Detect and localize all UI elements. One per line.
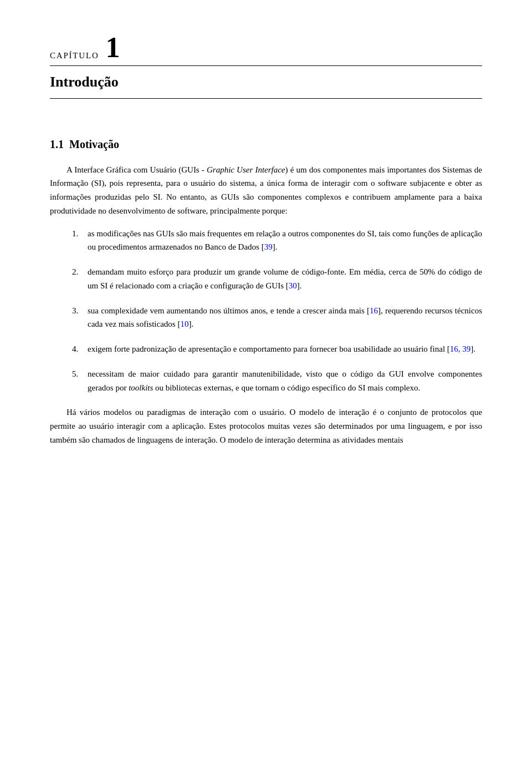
list-number-4: 4.	[72, 342, 88, 356]
chapter-title-row: CAPÍTULO 1	[50, 33, 482, 66]
list-number-2: 2.	[72, 265, 88, 278]
paragraph-2: Há vários modelos ou paradigmas de inter…	[50, 405, 482, 447]
list-item-1: 1. as modificações nas GUIs são mais fre…	[72, 227, 482, 255]
ref-30[interactable]: 30	[289, 281, 297, 290]
list-text-3: sua complexidade vem aumentando nos últi…	[88, 304, 482, 332]
list-text-4: exigem forte padronização de apresentaçã…	[88, 342, 482, 356]
section-motivacao: 1.1 Motivação A Interface Gráfica com Us…	[50, 135, 482, 447]
ref-39[interactable]: 39	[264, 242, 273, 251]
ref-10[interactable]: 10	[180, 320, 188, 328]
chapter-divider	[50, 98, 482, 99]
chapter-header: CAPÍTULO 1 Introdução	[50, 33, 482, 119]
list-number-1: 1.	[72, 227, 88, 240]
section-title: 1.1 Motivação	[50, 135, 482, 153]
chapter-intro-title: Introdução	[50, 70, 482, 94]
paragraph-1: A Interface Gráfica com Usuário (GUIs - …	[50, 163, 482, 218]
ref-16a[interactable]: 16	[370, 306, 378, 315]
list-text-5: necessitam de maior cuidado para garanti…	[88, 367, 482, 395]
list-number-5: 5.	[72, 367, 88, 381]
ref-16b[interactable]: 16, 39	[450, 344, 471, 353]
list-item-2: 2. demandam muito esforço para produzir …	[72, 265, 482, 293]
list-item-4: 4. exigem forte padronização de apresent…	[72, 342, 482, 356]
chapter-number: 1	[106, 33, 120, 62]
page: CAPÍTULO 1 Introdução 1.1 Motivação A In…	[0, 0, 532, 781]
list-item-5: 5. necessitam de maior cuidado para gara…	[72, 367, 482, 395]
list-item-3: 3. sua complexidade vem aumentando nos ú…	[72, 304, 482, 332]
list-reasons: 1. as modificações nas GUIs são mais fre…	[72, 227, 482, 395]
list-number-3: 3.	[72, 304, 88, 317]
list-text-1: as modificações nas GUIs são mais freque…	[88, 227, 482, 255]
list-text-2: demandam muito esforço para produzir um …	[88, 265, 482, 293]
chapter-label: CAPÍTULO	[50, 49, 99, 62]
